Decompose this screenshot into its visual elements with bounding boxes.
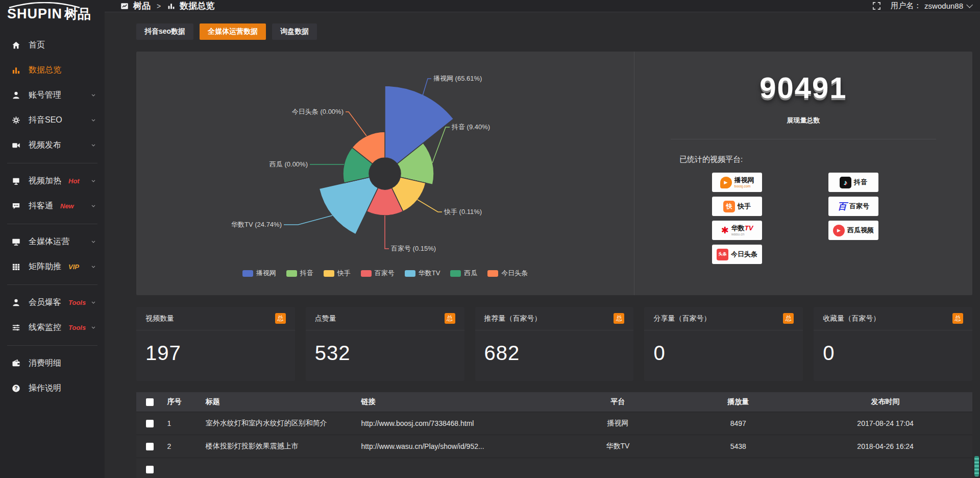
floating-widget[interactable] — [974, 456, 979, 476]
legend-label: 今日头条 — [501, 269, 528, 278]
legend-label: 百家号 — [375, 269, 395, 278]
pie-label-line — [423, 79, 431, 95]
total-badge[interactable]: 总 — [275, 313, 286, 324]
pie-slice-华数TV[interactable] — [319, 177, 378, 234]
stat-card-header: 推荐量（百家号） 总 — [475, 307, 634, 330]
app-root: SHUPIN树品 首页数据总览账号管理抖音SEO视频发布视频加热Hot抖客通Ne… — [0, 0, 980, 478]
stat-card-header: 点赞量 总 — [306, 307, 464, 330]
stat-card-header: 分享量（百家号） 总 — [644, 307, 803, 330]
select-all-checkbox[interactable] — [146, 398, 154, 406]
gear-icon — [11, 115, 21, 126]
breadcrumb-current[interactable]: 数据总览 — [180, 0, 214, 12]
legend-item-快手[interactable]: 快手 — [324, 269, 351, 278]
sidebar-item-1[interactable]: 首页 — [0, 33, 105, 58]
sidebar-divider — [7, 224, 97, 224]
cell-platform: 播视网 — [558, 412, 678, 435]
stat-card-title: 视频数量 — [145, 314, 174, 323]
legend-swatch — [450, 270, 461, 277]
breadcrumb-root[interactable]: 树品 — [133, 0, 151, 12]
sidebar-item-label: 会员爆客 — [29, 297, 61, 308]
fullscreen-icon[interactable] — [872, 1, 881, 11]
sidebar-item-3[interactable]: 账号管理 — [0, 83, 105, 108]
chevron-down-icon — [90, 298, 96, 307]
cell-link[interactable]: http://www.wasu.cn/Play/show/id/952... — [357, 435, 557, 458]
platform-badge-今日头条[interactable]: 头条今日头条 — [712, 245, 762, 264]
kuaishou-logo-icon: 快 — [723, 201, 735, 212]
tab-1[interactable]: 抖音seo数据 — [136, 23, 193, 40]
platform-badge-快手[interactable]: 快快手 — [712, 197, 762, 216]
total-badge[interactable]: 总 — [952, 313, 963, 324]
row-checkbox[interactable] — [146, 443, 154, 450]
column-header-2[interactable]: 标题 — [202, 392, 357, 412]
stat-card-title: 收藏量（百家号） — [823, 314, 880, 323]
videos-table: 序号标题链接平台播放量发布时间 1室外水纹灯和室内水纹灯的区别和简介http:/… — [136, 392, 972, 478]
wasu-logo-icon: ✱ — [721, 226, 729, 235]
stat-card-title: 点赞量 — [315, 314, 336, 323]
sidebar-item-7[interactable]: 抖客通New — [0, 194, 105, 219]
pie-label: 华数TV (24.74%) — [231, 221, 282, 228]
sidebar-item-label: 首页 — [29, 40, 45, 51]
legend-item-今日头条[interactable]: 今日头条 — [487, 269, 528, 278]
platform-badge-西瓜视频[interactable]: ▶西瓜视频 — [828, 221, 878, 240]
stat-card-value: 682 — [475, 330, 634, 365]
stat-card-2: 点赞量 总 532 — [306, 307, 464, 381]
sidebar-divider — [7, 345, 97, 346]
main-column: 树品 > 数据总览 用户名：zswodun88 — [105, 0, 980, 478]
legend-item-百家号[interactable]: 百家号 — [361, 269, 395, 278]
sidebar: SHUPIN树品 首页数据总览账号管理抖音SEO视频发布视频加热Hot抖客通Ne… — [0, 0, 105, 478]
column-header-5[interactable]: 播放量 — [678, 392, 798, 412]
cell-title[interactable]: 楼体投影灯投影效果震撼上市 — [202, 435, 357, 458]
total-badge[interactable]: 总 — [614, 313, 624, 324]
user-menu[interactable]: 用户名：zswodun88 — [891, 1, 971, 11]
pie-label: 抖音 (9.40%) — [451, 123, 490, 131]
column-header-6[interactable]: 发布时间 — [798, 392, 972, 412]
column-header-3[interactable]: 链接 — [357, 392, 557, 412]
sidebar-item-11[interactable]: 线索监控Tools — [0, 315, 105, 340]
cell-title[interactable]: 室外水纹灯和室内水纹灯的区别和简介 — [202, 412, 357, 435]
platform-grid: ▶播视网boosj.com♪抖音快快手百百家号✱华数TVwasu.cn▶西瓜视频… — [712, 173, 972, 264]
topbar: 树品 > 数据总览 用户名：zswodun88 — [105, 0, 980, 12]
bar-chart-icon — [167, 2, 176, 10]
sidebar-item-8[interactable]: 全媒体运营 — [0, 229, 105, 254]
legend-item-抖音[interactable]: 抖音 — [286, 269, 313, 278]
cell-link[interactable]: http://www.boosj.com/7338468.html — [357, 412, 557, 435]
stat-card-5: 收藏量（百家号） 总 0 — [814, 307, 972, 381]
sidebar-item-badge: New — [60, 202, 74, 210]
platform-name: 今日头条 — [731, 251, 757, 258]
chevron-down-icon — [90, 323, 96, 332]
legend-swatch — [405, 270, 415, 277]
legend-item-西瓜[interactable]: 西瓜 — [450, 269, 477, 278]
sidebar-item-5[interactable]: 视频发布 — [0, 133, 105, 158]
sidebar-item-13[interactable]: ?操作说明 — [0, 376, 105, 401]
total-impressions-label: 展现量总数 — [634, 116, 972, 125]
platform-name: 播视网 — [734, 177, 754, 184]
platform-badge-百家号[interactable]: 百百家号 — [828, 197, 878, 216]
sidebar-item-6[interactable]: 视频加热Hot — [0, 169, 105, 194]
summary-section: 90491 展现量总数 已统计的视频平台: ▶播视网boosj.com♪抖音快快… — [634, 52, 972, 295]
sidebar-item-4[interactable]: 抖音SEO — [0, 108, 105, 133]
total-badge[interactable]: 总 — [783, 313, 794, 324]
legend-item-播视网[interactable]: 播视网 — [242, 269, 276, 278]
sidebar-menu: 首页数据总览账号管理抖音SEO视频发布视频加热Hot抖客通New全媒体运营矩阵助… — [0, 30, 105, 401]
row-checkbox[interactable] — [146, 420, 154, 427]
cell-publish-time: 2017-08-24 17:04 — [798, 412, 972, 435]
cell-plays: 8497 — [678, 412, 798, 435]
platform-name: 抖音 — [854, 179, 867, 186]
column-header-1[interactable]: 序号 — [163, 392, 201, 412]
legend-item-华数TV[interactable]: 华数TV — [405, 269, 440, 278]
tab-2[interactable]: 全媒体运营数据 — [200, 23, 266, 40]
sidebar-item-12[interactable]: 消费明细 — [0, 351, 105, 376]
total-badge[interactable]: 总 — [445, 313, 455, 324]
sidebar-item-9[interactable]: 矩阵助推VIP — [0, 254, 105, 279]
sidebar-item-2[interactable]: 数据总览 — [0, 58, 105, 83]
platform-badge-华数TV[interactable]: ✱华数TVwasu.cn — [712, 221, 762, 240]
cell-publish-time: 2018-04-26 16:24 — [798, 435, 972, 458]
tab-3[interactable]: 询盘数据 — [272, 23, 317, 40]
sidebar-item-badge: VIP — [68, 263, 79, 271]
monitor-icon — [11, 237, 21, 247]
platform-badge-播视网[interactable]: ▶播视网boosj.com — [712, 173, 762, 192]
row-checkbox[interactable] — [146, 466, 154, 473]
platform-badge-抖音[interactable]: ♪抖音 — [828, 173, 878, 192]
sidebar-item-10[interactable]: 会员爆客Tools — [0, 290, 105, 315]
column-header-4[interactable]: 平台 — [558, 392, 678, 412]
